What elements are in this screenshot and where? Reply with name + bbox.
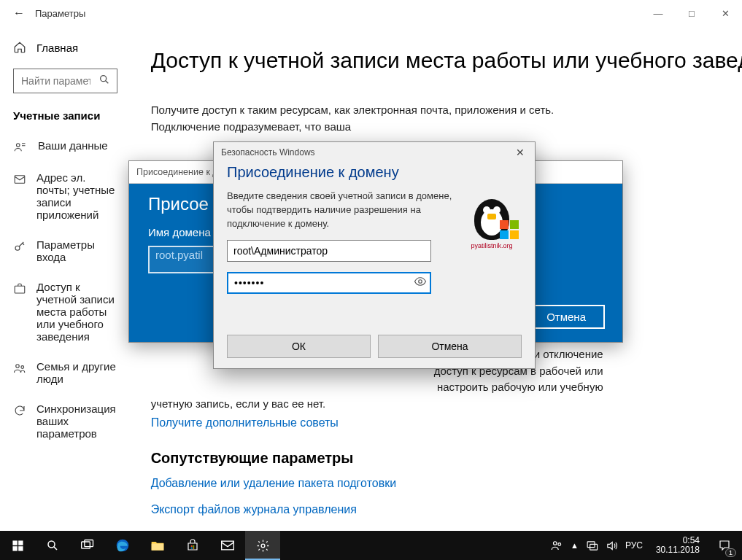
window-close-button[interactable]: ✕ bbox=[708, 0, 742, 26]
cred-dialog-cancel-button[interactable]: Отмена bbox=[378, 335, 522, 358]
taskbar: ▲ РУС 0:54 30.11.2018 1 bbox=[0, 531, 742, 560]
svg-point-1 bbox=[17, 144, 20, 147]
svg-point-7 bbox=[419, 279, 422, 283]
svg-rect-4 bbox=[15, 286, 25, 293]
taskbar-store[interactable] bbox=[175, 531, 210, 560]
taskbar-mail[interactable] bbox=[210, 531, 245, 560]
briefcase-icon bbox=[13, 281, 26, 295]
windows-security-dialog: Безопасность Windows ✕ Присоединение к д… bbox=[213, 141, 536, 369]
sidebar-item-family[interactable]: Семья и другие люди bbox=[0, 351, 131, 394]
clock-date: 30.11.2018 bbox=[656, 545, 700, 555]
cred-dialog-ok-button[interactable]: ОК bbox=[227, 335, 371, 358]
svg-rect-19 bbox=[191, 548, 193, 549]
cred-dialog-heading: Присоединение к домену bbox=[227, 164, 522, 181]
svg-rect-20 bbox=[193, 548, 194, 549]
svg-rect-14 bbox=[85, 540, 93, 547]
sidebar-item-signin-options[interactable]: Параметры входа bbox=[0, 230, 131, 272]
svg-rect-9 bbox=[18, 540, 23, 545]
sidebar-item-your-info[interactable]: Ваши данные bbox=[0, 131, 131, 163]
person-badge-icon bbox=[13, 139, 28, 154]
provisioning-link[interactable]: Добавление или удаление пакета подготовк… bbox=[151, 477, 396, 490]
taskbar-edge[interactable] bbox=[105, 531, 140, 560]
svg-rect-8 bbox=[12, 540, 17, 545]
credential-avatar: pyatilistnik.org bbox=[462, 190, 522, 249]
sidebar-item-sync[interactable]: Синхронизация ваших параметров bbox=[0, 394, 131, 448]
svg-rect-17 bbox=[191, 545, 193, 547]
page-heading: Доступ к учетной записи места работы или… bbox=[151, 48, 742, 73]
window-minimize-button[interactable]: ― bbox=[641, 0, 675, 26]
system-tray[interactable]: ▲ РУС bbox=[544, 539, 649, 552]
window-titlebar: ← Параметры ― □ ✕ bbox=[0, 0, 742, 26]
related-heading: Сопутствующие параметры bbox=[151, 450, 742, 467]
mail-icon bbox=[13, 171, 26, 186]
username-field[interactable] bbox=[227, 240, 431, 262]
svg-rect-16 bbox=[152, 544, 164, 551]
svg-point-3 bbox=[15, 246, 20, 250]
sync-icon bbox=[13, 402, 26, 417]
cred-dialog-close-button[interactable]: ✕ bbox=[506, 142, 535, 163]
export-logs-link[interactable]: Экспорт файлов журнала управления bbox=[151, 503, 357, 516]
svg-point-0 bbox=[100, 76, 106, 82]
svg-point-23 bbox=[554, 542, 557, 545]
notification-badge: 1 bbox=[725, 548, 736, 557]
sidebar-item-email-accounts[interactable]: Адрес эл. почты; учетные записи приложен… bbox=[0, 163, 131, 230]
language-indicator[interactable]: РУС bbox=[625, 540, 643, 551]
key-icon bbox=[13, 238, 26, 253]
sidebar-section-header: Учетные записи bbox=[0, 106, 131, 131]
people-tray-icon[interactable] bbox=[550, 539, 563, 552]
svg-rect-21 bbox=[222, 541, 234, 550]
tips-link[interactable]: Получите дополнительные советы bbox=[151, 416, 339, 429]
reveal-password-icon[interactable] bbox=[414, 275, 427, 288]
settings-search[interactable] bbox=[13, 69, 117, 93]
people-icon bbox=[13, 360, 26, 375]
avatar-caption: pyatilistnik.org bbox=[462, 242, 522, 249]
svg-rect-13 bbox=[82, 542, 90, 548]
svg-point-22 bbox=[261, 544, 265, 548]
page-description: Получите доступ к таким ресурсам, как эл… bbox=[151, 102, 560, 135]
volume-tray-icon[interactable] bbox=[606, 540, 618, 552]
sidebar-item-label: Ваши данные bbox=[38, 139, 108, 152]
action-center-button[interactable]: 1 bbox=[707, 531, 742, 560]
cred-dialog-titlebar: Безопасность Windows ✕ bbox=[214, 142, 535, 163]
svg-rect-11 bbox=[18, 546, 23, 551]
taskbar-settings[interactable] bbox=[245, 531, 280, 560]
back-button[interactable]: ← bbox=[13, 7, 25, 20]
search-icon bbox=[98, 74, 110, 85]
sidebar-item-label: Адрес эл. почты; учетные записи приложен… bbox=[36, 171, 117, 221]
sidebar-item-label: Параметры входа bbox=[36, 238, 117, 263]
windows-logo-icon bbox=[500, 220, 519, 239]
svg-point-12 bbox=[48, 541, 55, 548]
taskbar-explorer[interactable] bbox=[140, 531, 175, 560]
window-maximize-button[interactable]: □ bbox=[675, 0, 708, 26]
window-title: Параметры bbox=[35, 8, 85, 19]
svg-rect-18 bbox=[193, 545, 194, 547]
tray-chevron-icon[interactable]: ▲ bbox=[571, 541, 579, 550]
sidebar-home-label: Главная bbox=[36, 42, 78, 54]
start-button[interactable] bbox=[0, 531, 35, 560]
svg-rect-10 bbox=[12, 546, 17, 551]
sidebar-home[interactable]: Главная bbox=[0, 34, 131, 61]
network-tray-icon[interactable] bbox=[586, 540, 598, 552]
cred-dialog-text: Введите сведения своей учетной записи в … bbox=[227, 190, 453, 231]
svg-point-5 bbox=[16, 365, 20, 368]
svg-point-6 bbox=[21, 366, 24, 369]
svg-point-24 bbox=[558, 543, 561, 546]
svg-rect-2 bbox=[15, 176, 25, 184]
settings-sidebar: Главная Учетные записи Ваши данные Адрес… bbox=[0, 26, 131, 531]
password-field[interactable] bbox=[227, 272, 431, 294]
sidebar-item-label: Семья и другие люди bbox=[36, 360, 117, 385]
task-view-button[interactable] bbox=[70, 531, 105, 560]
sidebar-item-label: Доступ к учетной записи места работы или… bbox=[36, 281, 117, 343]
sidebar-item-label: Синхронизация ваших параметров bbox=[36, 402, 117, 440]
taskbar-search-button[interactable] bbox=[35, 531, 70, 560]
join-dialog-cancel-button[interactable]: Отмена bbox=[527, 305, 605, 329]
taskbar-clock[interactable]: 0:54 30.11.2018 bbox=[649, 536, 707, 555]
home-icon bbox=[13, 41, 26, 54]
sidebar-item-work-access[interactable]: Доступ к учетной записи места работы или… bbox=[0, 272, 131, 351]
